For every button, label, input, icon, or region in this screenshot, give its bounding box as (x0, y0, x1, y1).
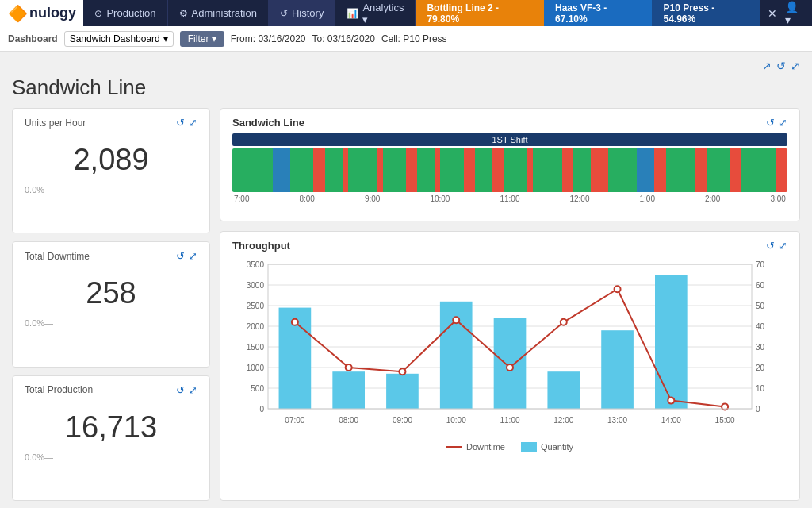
nav-administration[interactable]: ⚙ Administration (168, 0, 269, 26)
filter-from: From: 03/16/2020 (231, 33, 306, 44)
card-footer-uph: 0.0%— (25, 185, 197, 194)
expand-icon[interactable]: ⤢ (791, 60, 800, 72)
svg-text:40: 40 (756, 322, 765, 331)
card-title-tp: Total Production (25, 384, 93, 395)
card-footer-tp: 0.0%— (25, 452, 197, 462)
logo[interactable]: 🔶 nulogy (0, 0, 83, 26)
chevron-down-icon: ▾ (163, 33, 168, 44)
svg-rect-29 (547, 371, 580, 409)
left-cards: Units per Hour ↺ ⤢ 2,089 0.0%— Total Dow… (12, 108, 210, 501)
card-header-uph: Units per Hour ↺ ⤢ (25, 117, 197, 129)
share-icon[interactable]: ↗ (762, 60, 772, 72)
expand-card-icon-tp[interactable]: ⤢ (189, 384, 197, 396)
nav-history-label: History (292, 7, 324, 19)
svg-text:10:00: 10:00 (446, 416, 466, 425)
gantt-container: 1ST Shift 7:008:009:0010:0011:0012:001:0… (232, 133, 787, 213)
dashboard-label: Dashboard (8, 33, 58, 44)
svg-point-34 (399, 368, 405, 375)
svg-point-37 (561, 319, 567, 325)
refresh-card-icon-td[interactable]: ↺ (176, 250, 185, 262)
alert-items: Bottling Line 2 - 79.80% Haas VF-3 - 67.… (416, 0, 760, 26)
quantity-legend-label: Quantity (541, 442, 573, 452)
nav-right: ✕ 👤▾ (760, 0, 812, 26)
svg-text:50: 50 (756, 302, 765, 310)
expand-gantt-icon[interactable]: ⤢ (779, 117, 787, 129)
alert-bottling[interactable]: Bottling Line 2 - 79.80% (416, 0, 544, 26)
gantt-shift-label: 1ST Shift (232, 133, 787, 146)
logo-icon: 🔶 (8, 4, 28, 23)
refresh-card-icon-tp[interactable]: ↺ (176, 384, 185, 396)
refresh-throughput-icon[interactable]: ↺ (766, 240, 775, 252)
svg-rect-28 (494, 318, 527, 409)
svg-text:60: 60 (756, 281, 765, 290)
svg-text:30: 30 (756, 343, 765, 352)
filter-button[interactable]: Filter ▾ (180, 31, 224, 47)
nav-production[interactable]: ⊙ Production (83, 0, 167, 26)
card-icons-tp: ↺ ⤢ (176, 384, 197, 396)
close-icon[interactable]: ✕ (768, 7, 777, 20)
alert-p10press[interactable]: P10 Press - 54.96% (652, 0, 760, 26)
page-actions: ↗ ↺ ⤢ (12, 60, 800, 72)
svg-text:12:00: 12:00 (553, 416, 573, 425)
svg-point-33 (346, 364, 352, 371)
filter-to: To: 03/16/2020 (312, 33, 375, 44)
svg-point-35 (453, 317, 459, 323)
card-title-uph: Units per Hour (25, 117, 86, 129)
card-footer-td: 0.0%— (25, 318, 197, 328)
refresh-icon[interactable]: ↺ (776, 60, 786, 72)
svg-text:1000: 1000 (247, 364, 265, 372)
svg-text:09:00: 09:00 (393, 416, 412, 425)
chart-legend: Downtime Quantity (232, 442, 787, 452)
svg-point-38 (615, 286, 621, 292)
svg-rect-30 (601, 330, 634, 409)
dashboard-select[interactable]: Sandwich Dashboard ▾ (64, 31, 174, 47)
nav-analytics[interactable]: 📊 Analytics ▾ (335, 0, 416, 26)
card-header-td: Total Downtime ↺ ⤢ (25, 250, 197, 262)
svg-text:70: 70 (756, 260, 765, 269)
card-value-td: 258 (25, 268, 197, 318)
production-icon: ⊙ (94, 8, 102, 19)
alert-haas[interactable]: Haas VF-3 - 67.10% (544, 0, 652, 26)
throughput-chart-card: Throughput ↺ ⤢ 0500100015002000250030003… (220, 231, 800, 501)
svg-rect-25 (332, 371, 365, 409)
svg-point-32 (292, 319, 298, 325)
page-content: ↗ ↺ ⤢ Sandwich Line Units per Hour ↺ ⤢ 2… (0, 52, 812, 508)
svg-text:13:00: 13:00 (607, 416, 627, 425)
throughput-svg: 0500100015002000250030003500010203040506… (232, 256, 787, 439)
gantt-card-icons: ↺ ⤢ (766, 117, 787, 129)
svg-rect-31 (655, 275, 688, 409)
expand-throughput-icon[interactable]: ⤢ (779, 240, 787, 252)
svg-text:07:00: 07:00 (285, 416, 304, 425)
card-icons-td: ↺ ⤢ (176, 250, 197, 262)
top-nav: 🔶 nulogy ⊙ Production ⚙ Administration ↺… (0, 0, 812, 26)
sub-nav: Dashboard Sandwich Dashboard ▾ Filter ▾ … (0, 26, 812, 52)
svg-text:20: 20 (756, 364, 765, 372)
main-grid: Units per Hour ↺ ⤢ 2,089 0.0%— Total Dow… (12, 108, 800, 501)
refresh-card-icon-uph[interactable]: ↺ (176, 117, 185, 129)
throughput-chart-area: 0500100015002000250030003500010203040506… (232, 256, 787, 439)
svg-text:2500: 2500 (247, 302, 265, 310)
total-production-card: Total Production ↺ ⤢ 16,713 0.0%— (12, 375, 210, 501)
svg-text:08:00: 08:00 (339, 416, 358, 425)
svg-text:2000: 2000 (247, 322, 265, 331)
expand-card-icon-uph[interactable]: ⤢ (189, 117, 197, 129)
card-header-tp: Total Production ↺ ⤢ (25, 384, 197, 396)
user-icon[interactable]: 👤▾ (785, 1, 804, 26)
downtime-legend-icon (446, 446, 462, 448)
page-title: Sandwich Line (12, 75, 800, 100)
throughput-chart-title: Throughput (232, 240, 290, 252)
card-value-tp: 16,713 (25, 402, 197, 452)
filter-cell: Cell: P10 Press (381, 33, 447, 44)
nav-administration-label: Administration (192, 7, 257, 19)
nav-history[interactable]: ↺ History (269, 0, 335, 26)
refresh-gantt-icon[interactable]: ↺ (766, 117, 775, 129)
expand-card-icon-td[interactable]: ⤢ (189, 250, 197, 262)
alert-haas-label: Haas VF-3 - 67.10% (555, 2, 641, 25)
quantity-legend-icon (521, 442, 537, 452)
svg-point-36 (507, 364, 513, 371)
filter-button-label: Filter ▾ (188, 33, 216, 44)
svg-text:0: 0 (259, 405, 264, 414)
gantt-chart-header: Sandwich Line ↺ ⤢ (232, 117, 787, 129)
card-value-uph: 2,089 (25, 135, 197, 185)
svg-point-39 (668, 398, 674, 404)
